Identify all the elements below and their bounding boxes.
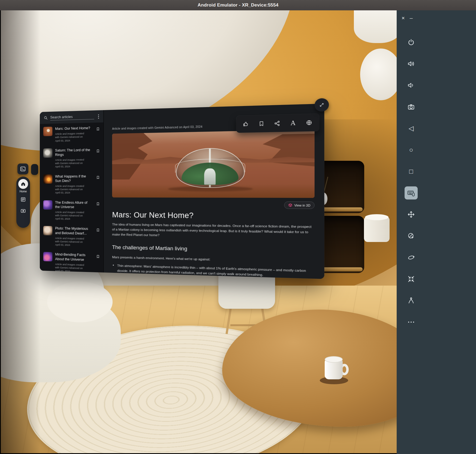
view-in-3d-label: View in 3D (294, 203, 311, 207)
sofa-armrest (47, 282, 113, 322)
view-in-3d-button[interactable]: View in 3D (284, 201, 315, 209)
dock-home-button[interactable] (18, 179, 28, 189)
overview-button[interactable]: □ (405, 165, 418, 178)
share-icon (274, 120, 281, 127)
more-options-icon[interactable] (97, 113, 101, 120)
move-panel-button[interactable] (405, 208, 418, 221)
article-thumbnail (43, 200, 52, 210)
article-subtitle: Article and images created with Gemini A… (55, 158, 86, 168)
article-sidebar: Mars: Our Next Home? Article and images … (40, 110, 104, 273)
article-title: Saturn: The Lord of the Rings (55, 148, 91, 157)
mars-dome (176, 148, 245, 188)
keyboard-input-button[interactable] (405, 186, 418, 199)
dome-door (204, 168, 215, 185)
article-list-item[interactable]: The Endless Allure of the Universe Artic… (40, 197, 103, 224)
article-title: The Endless Allure of the Universe (55, 200, 91, 210)
close-button[interactable]: × (402, 15, 405, 21)
font-size-icon: A (291, 119, 295, 127)
rotate-view-button[interactable] (405, 229, 418, 243)
dock-pill: Home (16, 177, 30, 228)
orbit-button[interactable] (405, 251, 418, 264)
window-titlebar[interactable]: Android Emulator - XR_Device:5554 (0, 0, 476, 10)
article-list-item[interactable]: Mind-Bending Facts About the Universe Ar… (40, 249, 103, 273)
article-title: Mind-Bending Facts About the Universe (55, 252, 91, 262)
orbit-icon (407, 254, 415, 261)
toolbar-buttons: ◁ ○ □ (405, 27, 418, 329)
bookmark-icon[interactable] (96, 202, 100, 206)
globe-icon (306, 119, 313, 126)
article-thumbnail (43, 226, 52, 236)
dock-video-button[interactable] (18, 206, 28, 216)
hero-cliff (112, 132, 170, 180)
article-subtitle: Article and images created with Gemini A… (55, 184, 86, 195)
xr-viewport[interactable]: Home (0, 10, 397, 454)
article-thumbnail (43, 174, 52, 183)
share-button[interactable] (271, 117, 284, 129)
power-button[interactable] (405, 36, 418, 49)
search-input[interactable] (50, 114, 94, 120)
home-icon (20, 181, 26, 187)
volume-down-button[interactable] (405, 79, 418, 92)
section-heading: The challenges of Martian living (112, 244, 315, 255)
camera-icon (407, 103, 415, 111)
article-title: What Happens if the Sun Dies? (55, 174, 91, 183)
more-button[interactable] (405, 316, 418, 329)
volume-up-button[interactable] (405, 57, 418, 70)
toolbar-window-controls: × – (402, 15, 413, 21)
article-list: Mars: Our Next Home? Article and images … (40, 122, 103, 273)
home-button[interactable]: ○ (405, 143, 418, 156)
minimize-button[interactable]: – (410, 15, 413, 21)
article-reader-window: A Ma (40, 104, 324, 279)
article-thumbnail (43, 127, 52, 136)
text-options-button[interactable]: A (287, 117, 299, 129)
article-hero-image (112, 129, 315, 198)
article-list-item[interactable]: Mars: Our Next Home? Article and images … (40, 122, 103, 146)
article-title: Pluto: The Mysterious and Beloved Dwarf.… (55, 226, 91, 236)
search-icon (44, 116, 48, 120)
search-bar (40, 110, 103, 124)
article-thumbnail (43, 252, 52, 262)
move-icon (407, 211, 415, 218)
bookmark-icon (258, 120, 265, 127)
video-icon (20, 208, 26, 214)
motion-tracking-button[interactable] (405, 294, 418, 307)
bookmark-button[interactable] (255, 118, 268, 130)
dock-feed-button[interactable] (18, 195, 28, 204)
bookmark-icon[interactable] (96, 255, 100, 259)
hero-foreground (112, 184, 315, 198)
back-button[interactable]: ◁ (405, 122, 418, 135)
emulator-toolbar: × – ◁ ○ □ (397, 10, 476, 454)
emulator-window: Android Emulator - XR_Device:5554 (0, 0, 476, 454)
article-title: Mars: Our Next Home? (55, 126, 91, 131)
article-list-item[interactable]: Pluto: The Mysterious and Beloved Dwarf.… (40, 223, 103, 250)
section-intro: Mars presents a harsh environment. Here'… (112, 256, 315, 264)
feed-icon (20, 196, 26, 202)
window-title: Android Emulator - XR_Device:5554 (198, 2, 279, 8)
bookmark-icon[interactable] (96, 149, 100, 153)
side-table (364, 216, 390, 242)
thumbs-up-icon (243, 121, 249, 127)
camera-button[interactable] (405, 100, 418, 113)
article-subtitle: Article and images created with Gemini A… (55, 132, 86, 143)
article-heading: Mars: Our Next Home? (112, 211, 315, 221)
dock-home-label: Home (20, 190, 27, 193)
bookmark-icon[interactable] (96, 175, 100, 179)
article-subtitle: Article and images created with Gemini A… (55, 262, 86, 273)
reset-zoom-button[interactable] (405, 273, 418, 286)
cube-3d-icon (288, 203, 292, 207)
article-list-item[interactable]: Saturn: The Lord of the Rings Article an… (40, 144, 103, 171)
bookmark-icon[interactable] (96, 228, 100, 232)
article-list-item[interactable]: What Happens if the Sun Dies? Article an… (40, 171, 103, 197)
back-icon: ◁ (409, 125, 414, 132)
motion-track-icon (407, 297, 415, 304)
bookmark-icon[interactable] (96, 127, 100, 131)
dock-extra-chip[interactable] (31, 164, 38, 175)
article-subtitle: Article and images created with Gemini A… (55, 237, 86, 247)
terminal-chip[interactable] (17, 164, 28, 174)
language-button[interactable] (303, 117, 315, 129)
like-button[interactable] (240, 118, 252, 130)
mug-rim (325, 356, 343, 363)
keyboard-mouse-icon (407, 189, 415, 197)
overview-square-icon: □ (409, 168, 413, 175)
zoom-to-fit-icon (407, 275, 415, 283)
